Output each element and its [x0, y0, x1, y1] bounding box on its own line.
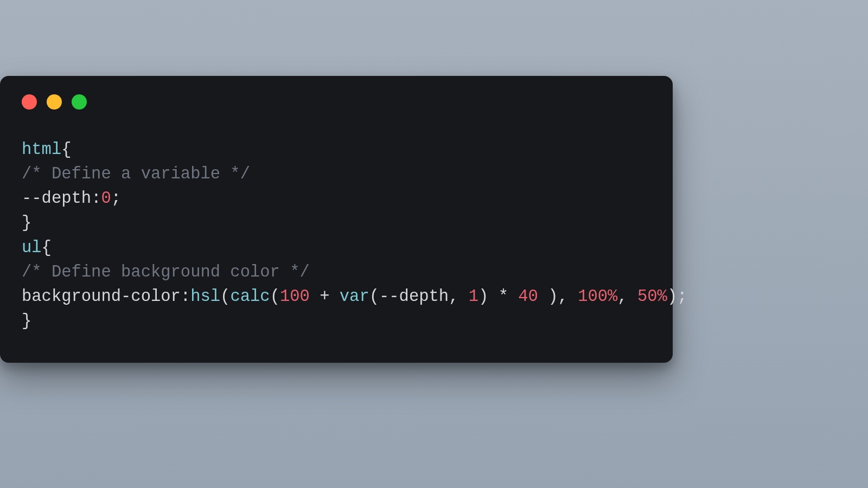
- code-number: 100%: [578, 287, 617, 306]
- minimize-icon[interactable]: [47, 94, 62, 110]
- code-variable: --depth: [379, 287, 449, 306]
- code-colon: :: [181, 287, 190, 306]
- code-number: 50%: [637, 287, 667, 306]
- code-comment: /* Define background color */: [22, 263, 310, 281]
- code-paren: ): [667, 287, 677, 306]
- code-function: hsl: [190, 287, 220, 306]
- code-selector: ul: [22, 239, 42, 257]
- code-brace: {: [61, 140, 71, 159]
- code-number: 40: [518, 287, 538, 306]
- window-titlebar: [22, 94, 651, 110]
- code-window: html{ /* Define a variable */ --depth:0;…: [0, 76, 673, 363]
- code-operator: *: [488, 287, 518, 306]
- code-paren: (: [220, 287, 230, 306]
- code-paren: (: [270, 287, 280, 306]
- code-brace: }: [22, 214, 31, 232]
- code-property: --depth: [22, 189, 91, 208]
- code-paren: ): [548, 287, 558, 306]
- code-number: 0: [101, 189, 111, 208]
- code-semicolon: ;: [677, 287, 687, 306]
- code-colon: :: [91, 189, 101, 208]
- code-comma: ,: [449, 287, 469, 306]
- code-number: 100: [280, 287, 310, 306]
- code-brace: }: [22, 312, 31, 330]
- code-number: 1: [469, 287, 478, 306]
- code-operator: +: [310, 287, 340, 306]
- code-selector: html: [22, 140, 61, 159]
- code-paren: ): [478, 287, 488, 306]
- code-comment: /* Define a variable */: [22, 165, 250, 183]
- code-paren: (: [369, 287, 379, 306]
- code-semicolon: ;: [111, 189, 121, 208]
- code-space: [538, 287, 548, 306]
- code-function: calc: [230, 287, 270, 306]
- code-brace: {: [42, 239, 52, 257]
- code-block: html{ /* Define a variable */ --depth:0;…: [22, 138, 651, 333]
- code-comma: ,: [558, 287, 578, 306]
- close-icon[interactable]: [22, 94, 37, 110]
- zoom-icon[interactable]: [72, 94, 87, 110]
- code-comma: ,: [617, 287, 637, 306]
- code-property: background-color: [22, 287, 181, 306]
- code-function: var: [340, 287, 369, 306]
